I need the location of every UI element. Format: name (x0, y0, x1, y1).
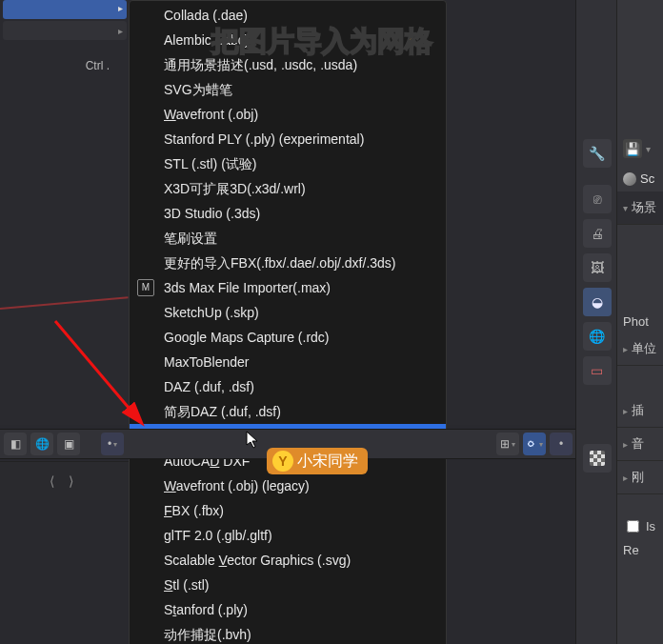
menu-item-label: FBX (.fbx) (164, 498, 224, 523)
menu-item-label: DAZ (.duf, .dsf) (164, 374, 254, 399)
import-menu-item[interactable]: 笔刷设置 (130, 226, 446, 251)
section-label: 刚 (632, 469, 644, 486)
import-menu-item[interactable]: glTF 2.0 (.glb/.gltf) (130, 523, 446, 548)
section-label: 场景 (632, 199, 656, 216)
properties-panel: 💾 ▾ Sc ▾ 场景 Phot ▸ 单位 ▸ 插 ▸ 音 ▸ 刚 (616, 0, 663, 644)
render-tab-icon[interactable]: ⎚ (583, 185, 612, 213)
menu-item-label: 通用场景描述(.usd, .usdc, .usda) (164, 52, 357, 77)
menu-item-label: Wavefront (.obj) (164, 102, 258, 127)
photo-field[interactable]: Phot (617, 311, 663, 332)
is-label: Is (646, 519, 655, 533)
menu-item-label: Wavefront (.obj) (legacy) (164, 473, 310, 498)
import-menu-item[interactable]: 通用场景描述(.usd, .usdc, .usda) (130, 52, 446, 77)
import-menu-item[interactable]: FBX (.fbx) (130, 498, 446, 523)
chevron-right-icon: ▸ (623, 439, 628, 450)
menu-item-label: SVG为蜡笔 (164, 77, 232, 102)
import-menu-item[interactable]: MaxToBlender (130, 350, 446, 374)
menu-item-label: X3D可扩展3D(.x3d/.wrl) (164, 176, 306, 201)
author-badge: Y 小宋同学 (267, 448, 368, 474)
output-tab-icon[interactable]: 🖨 (583, 219, 612, 248)
tool-dropdown-1[interactable]: •▾ (101, 433, 124, 455)
import-menu-item[interactable]: 3D Studio (.3ds) (130, 201, 446, 226)
texture-tab-icon[interactable] (583, 444, 612, 473)
menu-item-label: Alembic (.abc) (164, 28, 249, 52)
import-menu-item[interactable]: Collada (.dae) (130, 3, 446, 28)
mode-button[interactable]: ◧ (4, 433, 27, 455)
snap-grid-icon[interactable]: ⊞▾ (496, 433, 519, 455)
import-menu: Collada (.dae)Alembic (.abc)通用场景描述(.usd,… (129, 0, 447, 644)
chevron-down-icon: ▾ (623, 203, 628, 213)
parent-menu-import[interactable] (3, 0, 127, 19)
app-root: Ctrl . Collada (.dae)Alembic (.abc)通用场景描… (0, 0, 663, 644)
globe-icon[interactable]: 🌐 (30, 433, 53, 455)
dropdown-caret-icon: ▾ (646, 144, 651, 154)
photo-label: Phot (623, 314, 649, 329)
import-menu-item[interactable]: Stl (.stl) (130, 573, 446, 597)
menu-item-label: Stanford (.ply) (164, 597, 248, 622)
parent-menu-item[interactable] (3, 21, 127, 40)
menu-item-label: Google Maps Capture (.rdc) (164, 325, 330, 350)
menu-item-label: Scalable Vector Graphics (.svg) (164, 548, 351, 573)
menu-item-label: STL (.stl) (试验) (164, 151, 256, 176)
image-tab-icon[interactable]: 🖼 (583, 253, 612, 282)
import-menu-item[interactable]: SVG为蜡笔 (130, 77, 446, 102)
chevron-right-icon: ▸ (623, 406, 628, 416)
author-name: 小宋同学 (297, 452, 358, 472)
panel-section-rigid[interactable]: ▸ 刚 (617, 461, 663, 494)
import-menu-item[interactable]: Scalable Vector Graphics (.svg) (130, 548, 446, 573)
re-row[interactable]: Re (617, 539, 663, 561)
import-menu-item[interactable]: Wavefront (.obj) (legacy) (130, 473, 446, 498)
import-menu-item[interactable]: M3ds Max File Importer(.max) (130, 275, 446, 300)
section-label: 音 (632, 435, 644, 453)
import-menu-item[interactable]: 动作捕捉(.bvh) (130, 622, 446, 644)
layers-icon[interactable]: ▣ (57, 433, 80, 455)
is-checkbox-row[interactable]: Is (617, 513, 663, 539)
import-menu-item[interactable]: 简易DAZ (.duf, .dsf) (130, 399, 446, 424)
menu-item-label: SketchUp (.skp) (164, 300, 259, 325)
chevron-right-icon: ▸ (623, 344, 628, 354)
scene-label: Sc (640, 171, 654, 186)
world-tab-icon[interactable]: 🌐 (583, 322, 612, 351)
collection-tab-icon[interactable]: ▭ (583, 356, 612, 385)
panel-section-scene[interactable]: ▾ 场景 (617, 191, 663, 225)
menu-item-label: 笔刷设置 (164, 226, 217, 251)
section-label: 插 (632, 402, 644, 419)
menu-item-label: Stl (.stl) (164, 573, 209, 597)
menu-item-label: MaxToBlender (164, 350, 250, 374)
axis-x-line (0, 296, 129, 310)
import-menu-item[interactable]: Alembic (.abc) (130, 28, 446, 52)
menu-item-label: 3D Studio (.3ds) (164, 201, 260, 226)
import-menu-item[interactable]: X3D可扩展3D(.x3d/.wrl) (130, 176, 446, 201)
menu-item-label: 简易DAZ (.duf, .dsf) (164, 399, 281, 424)
panel-section-audio[interactable]: ▸ 音 (617, 428, 663, 461)
import-menu-item[interactable]: DAZ (.duf, .dsf) (130, 374, 446, 399)
section-label: 单位 (632, 340, 656, 357)
tool-dropdown-2[interactable]: • (550, 433, 573, 455)
scene-selector[interactable]: Sc (617, 166, 663, 191)
import-menu-item[interactable]: STL (.stl) (试验) (130, 151, 446, 176)
scene-tab-icon[interactable]: ◒ (583, 288, 612, 316)
re-label: Re (623, 543, 639, 557)
tool-icon[interactable]: 🔧 (583, 139, 612, 168)
panel-section-units[interactable]: ▸ 单位 (617, 332, 663, 366)
menu-item-label: 动作捕捉(.bvh) (164, 622, 251, 644)
import-menu-item[interactable]: Stanford PLY (.ply) (experimental) (130, 127, 446, 151)
m-badge-icon: M (137, 279, 154, 296)
import-menu-item[interactable]: 更好的导入FBX(.fbx/.dae/.obj/.dxf/.3ds) (130, 251, 446, 275)
scene-icon (623, 172, 636, 186)
shortcut-hint: Ctrl . (3, 55, 127, 76)
import-menu-item[interactable]: Google Maps Capture (.rdc) (130, 325, 446, 350)
menu-item-label: Collada (.dae) (164, 3, 248, 28)
import-menu-item[interactable]: Stanford (.ply) (130, 597, 446, 622)
orientation-icon[interactable]: ⭘▾ (523, 433, 546, 455)
save-icon[interactable]: 💾 (623, 139, 642, 158)
timeline-nav[interactable]: ⟨ ⟩ (0, 461, 129, 500)
is-checkbox[interactable] (627, 520, 639, 533)
menu-item-label: 更好的导入FBX(.fbx/.dae/.obj/.dxf/.3ds) (164, 251, 396, 275)
properties-tab-column: 🔧 ⎚ 🖨 🖼 ◒ 🌐 ▭ (575, 0, 617, 644)
import-menu-item[interactable]: Wavefront (.obj) (130, 102, 446, 127)
chevron-right-icon: ▸ (623, 473, 628, 483)
import-menu-item[interactable]: SketchUp (.skp) (130, 300, 446, 325)
panel-section-plugin[interactable]: ▸ 插 (617, 394, 663, 428)
nav-arrows-icon: ⟨ ⟩ (50, 473, 80, 489)
